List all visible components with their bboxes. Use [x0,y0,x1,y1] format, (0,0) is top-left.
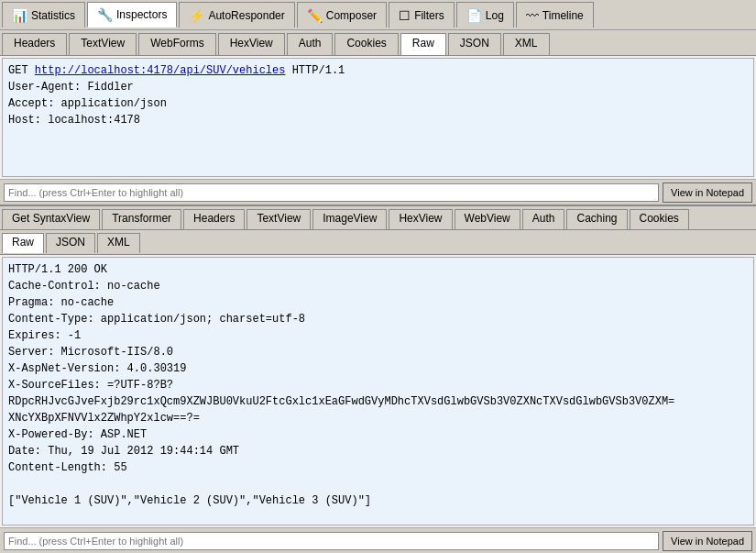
request-content: GET http://localhost:4178/api/SUV/vehicl… [3,59,753,132]
tab-filters[interactable]: ☐ Filters [389,2,455,28]
request-panel: Headers TextView WebForms HexView Auth C… [0,30,756,206]
response-view-notepad-button[interactable]: View in Notepad [663,531,752,551]
req-tab-cookies[interactable]: Cookies [334,33,398,55]
request-subtab-bar: Headers TextView WebForms HexView Auth C… [0,30,756,56]
autoresponder-icon: ⚡ [189,8,204,23]
request-url-link[interactable]: http://localhost:4178/api/SUV/vehicles [35,64,286,77]
req-tab-xml[interactable]: XML [503,33,550,55]
resp-tab-json[interactable]: JSON [46,233,95,253]
req-tab-json[interactable]: JSON [448,33,501,55]
resp-tab-transformer[interactable]: Transformer [102,209,181,229]
tab-log-label: Log [486,9,504,22]
req-line1-prefix: GET [8,64,35,77]
tab-log[interactable]: 📄 Log [456,2,514,28]
composer-icon: ✏️ [307,8,323,23]
req-line1-suffix: HTTP/1.1 [285,64,345,77]
response-content: HTTP/1.1 200 OK Cache-Control: no-cache … [3,258,753,513]
tab-timeline-label: Timeline [542,9,584,22]
response-find-bar: View in Notepad [0,527,756,553]
resp-tab-hexview[interactable]: HexView [389,209,452,229]
req-tab-textview[interactable]: TextView [69,33,137,55]
main-content: Headers TextView WebForms HexView Auth C… [0,30,756,553]
response-panel: Get SyntaxView Transformer Headers TextV… [0,206,756,553]
filters-icon: ☐ [399,8,411,23]
resp-tab-cookies[interactable]: Cookies [630,209,689,229]
tab-statistics-label: Statistics [31,9,75,22]
response-find-input[interactable] [4,532,659,550]
req-tab-hexview[interactable]: HexView [218,33,285,55]
tab-statistics[interactable]: 📊 Statistics [2,2,85,28]
response-subtab-container: Get SyntaxView Transformer Headers TextV… [0,206,756,255]
tab-filters-label: Filters [414,9,444,22]
req-tab-raw[interactable]: Raw [400,33,446,55]
tab-timeline[interactable]: 〰 Timeline [516,2,594,28]
log-icon: 📄 [466,8,482,23]
timeline-icon: 〰 [526,8,539,23]
request-find-input[interactable] [4,183,659,202]
resp-tab-getsyntaxview[interactable]: Get SyntaxView [2,209,100,229]
resp-tab-imageview[interactable]: ImageView [312,209,387,229]
tab-autoresponder[interactable]: ⚡ AutoResponder [179,2,294,28]
req-tab-webforms[interactable]: WebForms [138,33,215,55]
resp-tab-xml[interactable]: XML [97,233,140,253]
request-view-notepad-button[interactable]: View in Notepad [663,182,752,203]
top-nav-bar: 📊 Statistics 🔧 Inspectors ⚡ AutoResponde… [0,0,756,30]
tab-inspectors[interactable]: 🔧 Inspectors [87,2,177,28]
req-line4: Host: localhost:4178 [8,114,140,127]
tab-inspectors-label: Inspectors [116,8,167,21]
resp-tab-auth[interactable]: Auth [522,209,565,229]
response-subtab-row1: Get SyntaxView Transformer Headers TextV… [0,206,756,230]
request-text-area[interactable]: GET http://localhost:4178/api/SUV/vehicl… [2,58,754,177]
request-find-bar: View in Notepad [0,179,756,205]
req-line3: Accept: application/json [8,97,167,110]
inspectors-icon: 🔧 [97,7,113,22]
response-text-area[interactable]: HTTP/1.1 200 OK Cache-Control: no-cache … [2,257,754,525]
tab-composer[interactable]: ✏️ Composer [297,2,387,28]
resp-tab-textview[interactable]: TextView [247,209,311,229]
tab-composer-label: Composer [326,9,377,22]
resp-tab-webview[interactable]: WebView [455,209,520,229]
req-line2: User-Agent: Fiddler [8,81,134,94]
req-tab-headers[interactable]: Headers [2,33,67,55]
resp-tab-headers[interactable]: Headers [183,209,245,229]
req-tab-auth[interactable]: Auth [287,33,334,55]
resp-tab-caching[interactable]: Caching [566,209,627,229]
resp-tab-raw[interactable]: Raw [2,233,44,253]
response-subtab-row2: Raw JSON XML [0,230,756,254]
statistics-icon: 📊 [12,8,27,23]
tab-autoresponder-label: AutoResponder [208,9,284,22]
